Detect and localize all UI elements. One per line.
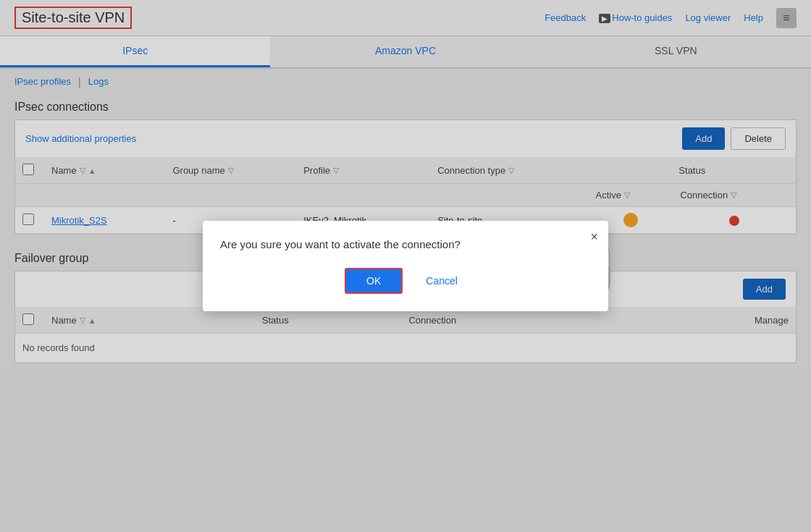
dialog-cancel-button[interactable]: Cancel [417, 268, 466, 294]
confirm-dialog: × Are you sure you want to activate the … [203, 221, 608, 311]
dialog-ok-button[interactable]: OK [345, 268, 403, 294]
dialog-message: Are you sure you want to activate the co… [220, 238, 591, 250]
dialog-actions: OK Cancel [220, 268, 591, 294]
dialog-overlay: × Are you sure you want to activate the … [0, 0, 811, 532]
dialog-close-button[interactable]: × [590, 229, 598, 245]
